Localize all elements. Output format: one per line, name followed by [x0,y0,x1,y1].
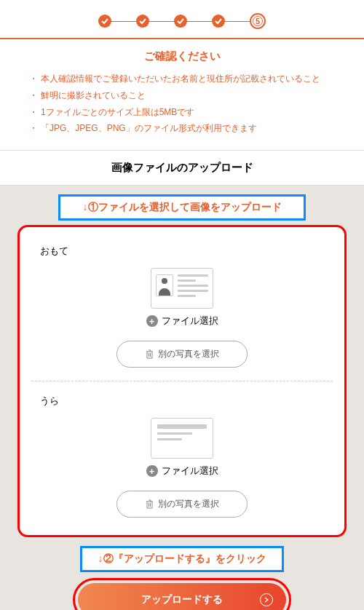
front-label: おもて [40,245,324,258]
alt-photo-label: 別の写真を選択 [158,348,219,360]
instruction-step1: ↓①ファイルを選択して画像をアップロード [58,194,306,221]
submit-button-highlight: アップロードする [73,578,291,610]
trash-icon [146,499,154,509]
back-upload-card: うら + ファイル選択 別の写真を選択 [24,381,340,531]
confirm-bullets: ・本人確認情報でご登録いただいたお名前と現住所が記載されていること ・鮮明に撮影… [0,71,364,150]
step-1-done-icon [98,15,111,28]
alt-photo-label: 別の写真を選択 [158,498,219,510]
plus-icon: + [146,465,158,477]
back-alt-photo-button[interactable]: 別の写真を選択 [116,491,248,518]
id-front-preview-icon [40,268,324,309]
progress-stepper: 5 [0,0,364,38]
step-connector [149,21,174,22]
bullet-item: ・鮮明に撮影されていること [29,87,364,104]
plus-icon: + [146,315,158,327]
instruction-step2: ↓②『アップロードする』をクリック [80,546,284,572]
front-upload-card: おもて + ファイル選択 別の写真を選択 [24,231,340,381]
file-select-label: ファイル選択 [162,314,218,328]
trash-icon [146,349,154,359]
step-connector [187,21,212,22]
file-select-label: ファイル選択 [162,464,218,478]
arrow-right-icon [260,593,273,606]
bullet-item: ・1ファイルごとのサイズ上限は5MBです [29,104,364,121]
id-back-preview-icon [40,418,324,459]
confirm-title: ご確認ください [0,39,364,71]
step-3-done-icon [174,15,187,28]
upload-submit-button[interactable]: アップロードする [78,583,286,610]
step-5-current-icon: 5 [250,13,266,29]
step-4-done-icon [212,15,225,28]
upload-area-highlight: おもて + ファイル選択 別の写真を選択 うら [17,225,347,537]
upload-button-label: アップロードする [141,593,223,606]
front-alt-photo-button[interactable]: 別の写真を選択 [116,341,248,368]
step-connector [111,21,136,22]
front-file-select-button[interactable]: + ファイル選択 [40,314,324,328]
bullet-item: ・「JPG、JPEG、PNG」のファイル形式が利用できます [29,120,364,137]
bullet-item: ・本人確認情報でご登録いただいたお名前と現住所が記載されていること [29,71,364,87]
upload-section-title: 画像ファイルのアップロード [0,150,364,186]
back-file-select-button[interactable]: + ファイル選択 [40,464,324,478]
back-label: うら [40,395,324,408]
step-connector [225,21,250,22]
step-2-done-icon [136,15,149,28]
